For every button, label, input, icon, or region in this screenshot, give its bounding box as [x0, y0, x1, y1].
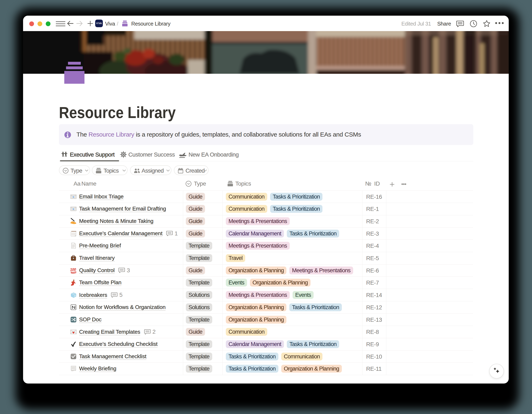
svg-text:E: E: [73, 208, 74, 210]
svg-text:E: E: [73, 196, 74, 198]
svg-text:100: 100: [70, 268, 76, 272]
